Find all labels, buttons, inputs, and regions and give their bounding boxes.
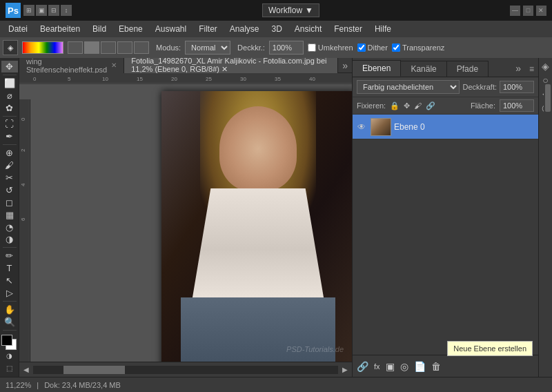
tool-blur[interactable]: ◔: [1, 222, 18, 233]
canvas-inner-area: 0 2 4 6: [19, 84, 352, 362]
deckkraft-label: Deckkr.:: [237, 43, 265, 52]
fg-bg-colors[interactable]: [1, 335, 18, 346]
tool-shape[interactable]: ▷: [1, 287, 18, 299]
layers-panel-more[interactable]: »: [511, 60, 525, 77]
tool-mask[interactable]: ◑: [1, 350, 18, 362]
horizontal-scrollbar[interactable]: [33, 366, 338, 374]
opacity-input[interactable]: [500, 81, 534, 93]
menu-fenster[interactable]: Fenster: [328, 23, 368, 35]
flaeche-input[interactable]: [500, 99, 534, 112]
tool-healing[interactable]: ⊕: [1, 147, 18, 159]
svg-text:40: 40: [309, 76, 315, 82]
nav-right-arrow[interactable]: ▶: [341, 366, 349, 373]
tool-quick-select[interactable]: ✿: [1, 102, 18, 114]
tool-eraser[interactable]: ◻: [1, 197, 18, 208]
title-icon-4[interactable]: ↕: [61, 5, 72, 16]
menu-bearbeiten[interactable]: Bearbeiten: [34, 23, 86, 35]
tool-marquee-rect[interactable]: ⬜: [1, 77, 18, 89]
tool-dodge[interactable]: ◑: [1, 234, 18, 246]
umkehren-checkbox[interactable]: Umkehren: [308, 43, 353, 52]
fix-icon-lock[interactable]: 🔒: [390, 101, 400, 110]
blend-sq-2[interactable]: [84, 41, 99, 54]
title-icon-3[interactable]: ⊟: [48, 5, 59, 16]
layers-panel-menu[interactable]: ≡: [525, 61, 538, 77]
document-canvas[interactable]: PSD-Tutorials.de: [30, 84, 352, 362]
maximize-button[interactable]: □: [523, 6, 533, 16]
workflow-button[interactable]: Workflow ▼: [262, 3, 319, 17]
tool-crop[interactable]: ⛶: [1, 118, 18, 130]
tool-history-brush[interactable]: ↺: [1, 184, 18, 196]
tool-options-icon[interactable]: ◈: [3, 40, 18, 55]
tool-brush[interactable]: 🖌: [1, 159, 18, 171]
options-bar: ◈ Modus: Normal Deckkr.: Umkehren Dither…: [0, 37, 552, 58]
delete-layer-button[interactable]: 🗑: [431, 361, 441, 372]
dither-checkbox[interactable]: Dither: [357, 43, 388, 52]
foreground-color[interactable]: [1, 335, 12, 346]
fix-icon-move[interactable]: ✥: [404, 101, 410, 110]
tab-pfade[interactable]: Pfade: [447, 61, 489, 77]
menu-datei[interactable]: Datei: [3, 23, 33, 35]
tool-hand[interactable]: ✋: [1, 304, 18, 315]
tool-pen[interactable]: ✏: [1, 250, 18, 262]
layer-adjustment-icon[interactable]: ◎: [400, 361, 408, 372]
menu-bild[interactable]: Bild: [87, 23, 112, 35]
transparenz-checkbox[interactable]: Transparenz: [392, 43, 444, 52]
tab-1-label: wing Streifenscheineffekt.psd: [26, 58, 107, 74]
fix-icon-brush[interactable]: 🖌: [414, 101, 422, 110]
layers-scrollbar[interactable]: [544, 83, 552, 221]
tabs-more-button[interactable]: »: [338, 60, 352, 71]
tool-screen-mode[interactable]: ⬚: [1, 362, 18, 374]
right-panel-icon-1[interactable]: ◈: [542, 61, 549, 72]
horizontal-scroll-thumb[interactable]: [63, 366, 124, 374]
tool-type[interactable]: T: [1, 262, 18, 274]
menu-filter[interactable]: Filter: [193, 23, 223, 35]
tab-2[interactable]: Fotolia_14982670_XL Amir Kaljikovic - Fo…: [124, 58, 338, 73]
deckkraft-input[interactable]: [269, 41, 304, 55]
tool-path-select[interactable]: ↖: [1, 275, 18, 286]
transparenz-check[interactable]: [392, 43, 400, 52]
layer-fx-icon[interactable]: fx: [374, 362, 380, 371]
layer-mask-icon[interactable]: ▣: [386, 361, 395, 372]
tool-gradient[interactable]: ▦: [1, 209, 18, 221]
title-bar-icons: ⊞ ▣ ⊟ ↕: [23, 5, 72, 16]
blend-sq-4[interactable]: [117, 41, 132, 54]
layer-visibility-eye[interactable]: 👁: [355, 121, 368, 133]
gradient-preview[interactable]: [22, 41, 63, 54]
menu-analyse[interactable]: Analyse: [224, 23, 265, 35]
tool-zoom[interactable]: 🔍: [1, 316, 18, 328]
layer-thumb-image: [371, 119, 391, 135]
title-icon-1[interactable]: ⊞: [23, 5, 34, 16]
layer-link-icon[interactable]: 🔗: [357, 361, 368, 372]
dither-check[interactable]: [357, 43, 366, 52]
tab-1[interactable]: wing Streifenscheineffekt.psd ✕: [19, 58, 124, 73]
layer-row-ebene0[interactable]: 👁 Ebene 0: [353, 115, 538, 139]
blend-sq-3[interactable]: [101, 41, 116, 54]
title-icon-2[interactable]: ▣: [36, 5, 47, 16]
tab-1-close[interactable]: ✕: [111, 61, 117, 69]
menu-auswahl[interactable]: Auswahl: [150, 23, 192, 35]
new-layer-button[interactable]: 📄: [414, 361, 426, 372]
blend-sq-1[interactable]: [68, 41, 83, 54]
canvas-area: wing Streifenscheineffekt.psd ✕ Fotolia_…: [19, 58, 352, 377]
minimize-button[interactable]: —: [510, 6, 520, 16]
nav-left-arrow[interactable]: ◀: [22, 366, 30, 373]
menu-hilfe[interactable]: Hilfe: [369, 23, 397, 35]
close-button[interactable]: ✕: [536, 6, 546, 16]
tool-eyedropper[interactable]: ✒: [1, 130, 18, 142]
menu-3d[interactable]: 3D: [266, 23, 288, 35]
menu-ebene[interactable]: Ebene: [113, 23, 148, 35]
modus-dropdown[interactable]: Normal: [185, 41, 230, 55]
layers-scroll-thumb[interactable]: [545, 84, 551, 112]
blend-sq-5[interactable]: [134, 41, 149, 54]
fix-icon-all[interactable]: 🔗: [426, 101, 435, 110]
menu-ansicht[interactable]: Ansicht: [289, 23, 327, 35]
tab-ebenen[interactable]: Ebenen: [353, 60, 401, 77]
svg-text:10: 10: [102, 76, 108, 82]
blend-mode-select[interactable]: Farbig nachbelichten: [357, 80, 460, 94]
umkehren-check[interactable]: [308, 43, 316, 52]
tool-clone[interactable]: ✂: [1, 172, 18, 184]
tool-lasso[interactable]: ⌀: [1, 90, 18, 101]
layers-empty-area: [353, 139, 538, 355]
tool-move[interactable]: ✥: [1, 61, 18, 72]
tab-kanaele[interactable]: Kanäle: [401, 61, 446, 77]
